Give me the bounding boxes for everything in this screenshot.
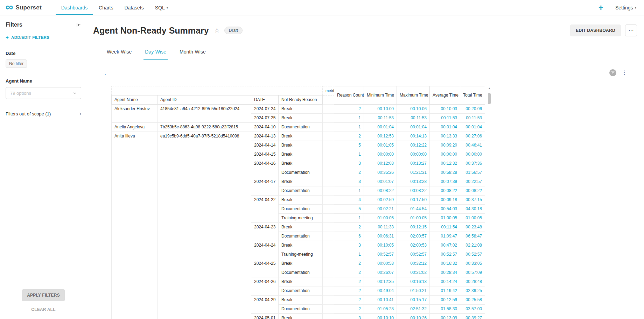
column-header: Not Ready Reason [279,95,323,105]
collapse-left-icon [76,22,81,28]
scrollbar-thumb[interactable] [488,93,491,104]
brand-name: Superset [15,4,41,11]
table-cell: Documentation [279,186,323,196]
nav-item-dashboards[interactable]: Dashboards [56,0,93,15]
table-cell: 2 [334,259,364,268]
column-header: Average Time [430,86,460,105]
table-cell: 00:12:22 [397,141,430,150]
table-cell: Break [279,105,323,114]
table-cell [323,150,334,159]
table-cell: 00:00:00 [460,150,485,159]
table-cell [323,223,334,232]
table-cell: Documentation [279,123,323,132]
favorite-star-icon[interactable]: ☆ [214,27,220,34]
applied-filters-indicator[interactable] [609,69,616,76]
table-cell [323,268,334,277]
table-scrollbar[interactable]: ▲ [487,87,491,313]
column-header: metric [323,86,334,95]
table-cell: 2 [334,132,364,141]
tab-week-wise[interactable]: Week-Wise [105,49,133,60]
table-cell [323,296,334,305]
chevron-down-icon [73,91,77,95]
table-cell [323,241,334,250]
table-cell: 00:15:17 [397,296,430,305]
table-cell: 00:08:22 [364,186,397,196]
scroll-up-icon[interactable]: ▲ [487,87,491,90]
table-cell: Break [279,223,323,232]
superset-logo[interactable]: ∞ Superset [6,0,42,15]
chart-options-menu[interactable]: ⋮ [622,70,627,76]
collapse-sidebar-button[interactable] [76,22,81,28]
table-cell: 00:58:28 [430,168,460,177]
table-cell: 1 [334,250,364,259]
table-cell: Documentation [279,268,323,277]
table-cell: Training-meeting [279,214,323,223]
tab-day-wise[interactable]: Day-Wise [144,49,168,60]
agent-name-filter-label: Agent Name [6,78,81,84]
table-cell: 1 [334,114,364,123]
clear-all-button[interactable]: CLEAR ALL [31,307,55,312]
agent-name-select[interactable]: 79 options [6,87,81,99]
table-cell: 3 [334,159,364,168]
table-cell: 02:51:32 [397,305,430,314]
nav-item-datasets[interactable]: Datasets [119,0,149,15]
column-header: Minimum Time [364,86,397,105]
tab-month-wise[interactable]: Month-Wise [178,49,207,60]
table-cell: Break [279,241,323,250]
table-cell: 01:56:57 [460,168,485,177]
new-item-button[interactable]: + [598,3,603,12]
nav-item-label: Charts [99,5,113,10]
table-cell: 00:54:03 [430,205,460,214]
edit-dashboard-button[interactable]: EDIT DASHBOARD [570,24,621,36]
table-cell: 00:01:05 [364,141,397,150]
table-cell [323,205,334,214]
table-cell: 00:25:58 [460,296,485,305]
nav-item-charts[interactable]: Charts [93,0,119,15]
table-cell: 00:37:36 [460,159,485,168]
apply-filters-button[interactable]: APPLY FILTERS [22,289,65,301]
table-cell: Documentation [279,305,323,314]
settings-menu[interactable]: Settings ▾ [615,5,636,10]
table-cell: 2024-07-25 [251,114,279,123]
column-header [112,86,323,95]
table-cell: 03:57:00 [460,305,485,314]
date-filter-value-chip[interactable]: No filter [6,59,27,68]
table-cell: ea19c5b9-6dd5-40a7-87f6-5218d5410098 [158,132,251,319]
status-badge: Draft [224,27,243,34]
top-navigation-bar: ∞ Superset Dashboards Charts Datasets SQ… [0,0,644,15]
table-cell: 02:21:08 [460,241,485,250]
table-cell: 04:30:18 [460,205,485,214]
table-cell: 00:13:27 [397,159,430,168]
filters-out-of-scope-toggle[interactable]: Filters out of scope (1) › [6,111,81,116]
table-cell: 00:17:50 [397,196,430,205]
table-cell: 00:00:00 [430,150,460,159]
nav-item-sql[interactable]: SQL ▾ [149,0,174,15]
tab-label: Month-Wise [180,49,206,55]
table-cell: Break [279,196,323,205]
table-cell: 00:52:57 [460,250,485,259]
table-cell: Anita Ilieva [112,132,158,319]
table-cell: 02:00:57 [397,232,430,241]
more-horizontal-icon: ⋯ [629,27,634,34]
table-cell: 02:00:53 [397,241,430,250]
table-cell: 2024-05-01 [251,314,279,319]
date-filter-label: Date [6,51,81,56]
table-cell: 41854e81-a64a-4212-8f95-55d180b22d24 [158,105,251,123]
table-cell: 2024-04-25 [251,259,279,277]
table-cell: 00:12:35 [364,277,397,286]
table-cell: Documentation [279,205,323,214]
table-cell: 00:10:03 [430,105,460,114]
filters-out-of-scope-label: Filters out of scope (1) [6,111,51,116]
table-cell [323,277,334,286]
table-cell: 3 [334,314,364,319]
table-cell: 00:12:15 [397,223,430,232]
add-edit-filters-button[interactable]: + ADD/EDIT FILTERS [6,34,81,40]
table-cell: 2 [334,268,364,277]
table-cell: 2024-04-15 [251,150,279,159]
table-cell: 00:14:24 [430,277,460,286]
table-cell [323,123,334,132]
table-cell: Training-meeting [279,250,323,259]
dashboard-more-button[interactable]: ⋯ [625,24,637,36]
table-cell: 00:01:04 [397,123,430,132]
table-cell: 2024-04-13 [251,132,279,141]
